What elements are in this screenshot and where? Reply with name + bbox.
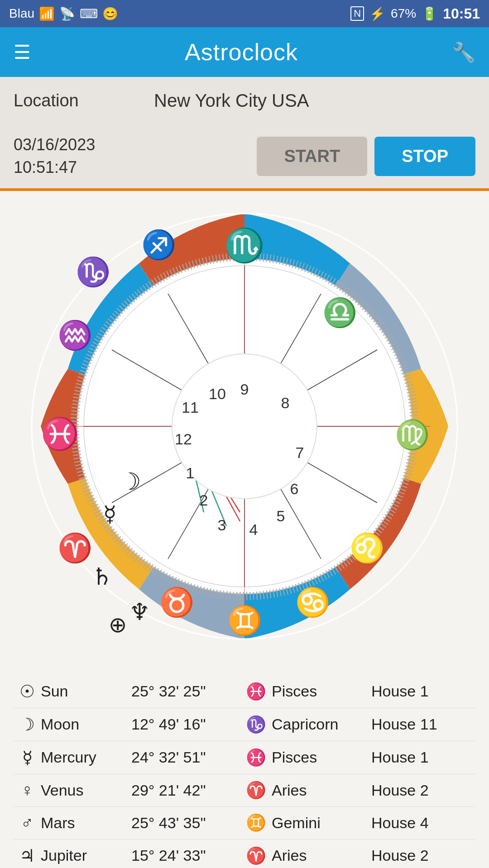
neptune-planet-symbol: ♆ [129,599,150,625]
house-num-4: 4 [249,521,258,538]
house-num-6: 6 [290,480,299,497]
planet-row: ☿ Mercury 24° 32' 51" ♓ Pisces House 1 [14,741,475,774]
sun-house: House 1 [371,682,475,700]
cancer-symbol: ♋ [295,586,331,619]
nfc-icon: N [350,6,364,21]
smiley-icon: 😊 [102,6,118,21]
mars-degree: 25° 43' 35" [131,814,240,832]
venus-symbol: ♀ [14,781,41,800]
mars-name: Mars [41,814,131,832]
battery-icon: 🔋 [422,6,437,21]
mercury-house: House 1 [371,749,475,766]
sun-name: Sun [41,682,131,700]
time-text: 10:51:47 [14,156,95,179]
jupiter-degree: 15° 24' 33" [131,847,240,864]
pluto-planet-symbol: ⊕ [109,613,127,637]
house-num-7: 7 [296,444,304,461]
battery-text: 67% [391,6,416,21]
moon-planet-symbol: ☽ [120,468,141,495]
jupiter-name: Jupiter [41,847,131,864]
location-value: New York City USA [154,91,309,111]
planet-row: ♂ Mars 25° 43' 35" ♊ Gemini House 4 [14,807,475,839]
saturn-planet-symbol: ♄ [91,563,113,590]
mars-sign-symbol: ♊ [240,813,272,832]
pisces-symbol: ♓ [41,415,79,452]
location-bar: Location New York City USA [0,77,489,124]
planet-table: ☉ Sun 25° 32' 25" ♓ Pisces House 1 ☽ Moo… [0,662,489,868]
gemini-symbol: ♊ [227,604,263,637]
mars-sign-name: Gemini [272,814,371,832]
date-text: 03/16/2023 [14,134,95,156]
jupiter-planet-symbol: ♃ [135,645,157,648]
venus-name: Venus [41,782,131,799]
settings-icon[interactable]: 🔧 [452,41,475,63]
venus-degree: 29° 21' 42" [131,782,240,799]
house-num-10: 10 [209,385,226,402]
leo-symbol: ♌ [350,531,385,565]
mercury-degree: 24° 32' 51" [131,749,240,766]
virgo-symbol: ♍ [395,418,430,452]
app-bar: ☰ Astroclock 🔧 [0,27,489,77]
jupiter-sign-symbol: ♈ [240,846,272,865]
scorpio-symbol: ♏ [224,226,265,265]
moon-sign-symbol: ♑ [240,715,272,734]
controls-bar: 03/16/2023 10:51:47 START STOP [0,124,489,188]
start-button[interactable]: START [257,137,367,176]
jupiter-house: House 2 [371,847,475,864]
mars-symbol: ♂ [14,813,41,833]
signal-icon: 📶 [39,6,55,21]
aquarius-symbol: ♒ [58,319,93,352]
datetime-display: 03/16/2023 10:51:47 [14,134,95,179]
mars-house: House 4 [371,814,475,832]
moon-house: House 11 [371,715,475,733]
sun-symbol: ☉ [14,682,41,701]
time-text: 10:51 [443,5,480,22]
moon-symbol: ☽ [14,715,41,734]
moon-name: Moon [41,715,131,733]
mercury-sign-symbol: ♓ [240,748,272,767]
aries-symbol: ♈ [58,531,93,565]
stop-button[interactable]: STOP [374,137,475,176]
chart-area: 9 10 11 12 1 2 3 4 5 6 7 8 ♏ ♎ ♍ ♌ ♋ ♊ [0,191,489,662]
jupiter-symbol: ♃ [14,846,41,866]
status-left: Blau 📶 📡 ⌨ 😊 [9,6,118,21]
mercury-name: Mercury [41,749,131,766]
moon-sign-name: Capricorn [272,715,371,733]
sun-sign-symbol: ♓ [240,682,272,701]
mercury-sign-name: Pisces [272,749,371,766]
sun-degree: 25° 32' 25" [131,682,240,700]
planet-row: ♃ Jupiter 15° 24' 33" ♈ Aries House 2 [14,839,475,868]
house-num-12: 12 [175,430,192,448]
mercury-symbol: ☿ [14,748,41,768]
taurus-symbol: ♉ [159,586,195,619]
astro-chart-svg: 9 10 11 12 1 2 3 4 5 6 7 8 ♏ ♎ ♍ ♌ ♋ ♊ [23,205,466,648]
zodiac-wheel: 9 10 11 12 1 2 3 4 5 6 7 8 ♏ ♎ ♍ ♌ ♋ ♊ [23,205,466,648]
app-title: Astroclock [185,38,298,66]
wifi-icon: 📡 [59,6,75,21]
mars-planet-symbol: ♂ [272,647,290,648]
status-bar: Blau 📶 📡 ⌨ 😊 N ⚡ 67% 🔋 10:51 [0,0,489,27]
moon-degree: 12° 49' 16" [131,715,240,733]
carrier-text: Blau [9,6,34,21]
status-right: N ⚡ 67% 🔋 10:51 [350,5,480,22]
house-num-1: 1 [186,464,195,482]
hamburger-menu-icon[interactable]: ☰ [14,41,31,63]
house-num-2: 2 [200,491,208,509]
venus-house: House 2 [371,782,475,799]
location-label: Location [14,91,127,110]
planet-row: ☽ Moon 12° 49' 16" ♑ Capricorn House 11 [14,708,475,741]
sagittarius-symbol: ♐ [141,228,177,262]
usb-icon: ⌨ [80,6,98,21]
jupiter-sign-name: Aries [272,847,371,864]
libra-symbol: ♎ [322,296,358,329]
button-group: START STOP [257,137,475,176]
venus-sign-name: Aries [272,782,371,799]
house-num-11: 11 [182,399,199,416]
sun-sign-name: Pisces [272,682,371,700]
house-num-8: 8 [281,394,290,411]
bluetooth-icon: ⚡ [369,6,385,21]
house-num-5: 5 [277,507,285,525]
house-num-9: 9 [240,381,249,398]
planet-row: ☉ Sun 25° 32' 25" ♓ Pisces House 1 [14,675,475,708]
house-num-3: 3 [218,516,226,534]
